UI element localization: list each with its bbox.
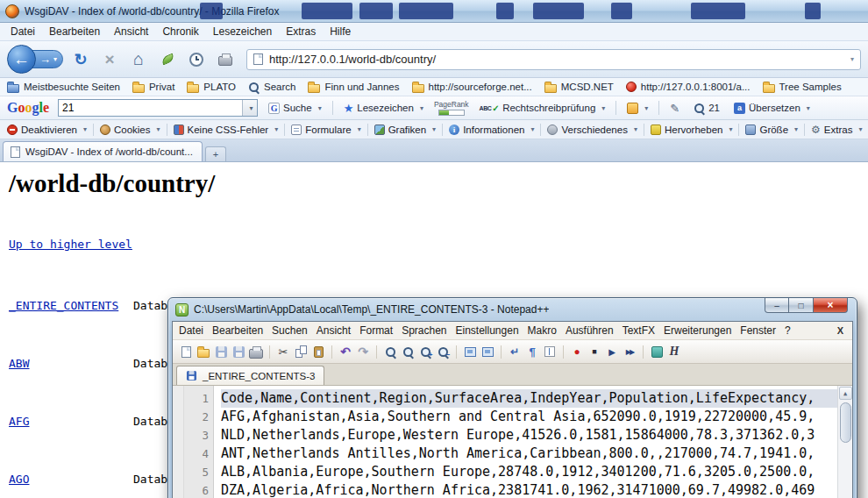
- home-button[interactable]: ⌂: [127, 48, 150, 71]
- bookmark-plato[interactable]: PLATO: [187, 82, 236, 93]
- new-tab-button[interactable]: +: [205, 146, 226, 161]
- show-all-characters-button[interactable]: ¶: [524, 344, 540, 359]
- npp-menu-einstellungen[interactable]: Einstellungen: [452, 323, 523, 338]
- url-bar[interactable]: http://127.0.0.1/world-db/country/ ▾: [246, 49, 861, 70]
- npp-menu-bearbeiten[interactable]: Bearbeiten: [208, 323, 267, 338]
- bookmark-meistbesuchte-seiten[interactable]: Meistbesuchte Seiten: [7, 82, 120, 93]
- webdev-deaktivieren[interactable]: Deaktivieren▾: [7, 125, 87, 135]
- maximize-button[interactable]: □: [789, 298, 813, 313]
- webdev-groesse[interactable]: Größe▾: [745, 125, 798, 135]
- spellcheck-button[interactable]: ABC✓Rechtschreibprüfung▾: [476, 101, 609, 116]
- npp-menu-ansicht[interactable]: Ansicht: [312, 323, 355, 338]
- highlight-count[interactable]: 21: [690, 101, 723, 116]
- run-macro-multiple-button[interactable]: ▶▶: [622, 344, 637, 359]
- pagerank-widget[interactable]: PageRank: [434, 100, 469, 116]
- document-tab[interactable]: _ENTIRE_CONTENTS-3: [176, 366, 324, 385]
- google-search-button[interactable]: GSuche▾: [265, 101, 325, 116]
- paste-button[interactable]: [310, 344, 326, 359]
- redo-button[interactable]: ↷: [355, 344, 371, 359]
- print-button[interactable]: [214, 48, 237, 71]
- google-bookmarks-button[interactable]: ★Lesezeichen▾: [340, 100, 427, 117]
- webdev-informationen[interactable]: iInformationen▾: [449, 125, 534, 135]
- undo-button[interactable]: ↶: [338, 344, 353, 359]
- bookmark-search[interactable]: Search: [248, 82, 295, 93]
- back-button[interactable]: ←: [7, 45, 36, 74]
- function-list-button[interactable]: [649, 344, 665, 359]
- sync-vertical-button[interactable]: [462, 344, 478, 359]
- npp-menu-help[interactable]: ?: [780, 323, 795, 338]
- menu-ansicht[interactable]: Ansicht: [107, 24, 155, 39]
- vertical-scrollbar[interactable]: ▲: [837, 386, 852, 498]
- copy-button[interactable]: [293, 344, 309, 359]
- save-all-button[interactable]: [231, 344, 246, 359]
- minimize-button[interactable]: –: [765, 298, 789, 313]
- scrollbar-thumb[interactable]: [840, 402, 851, 443]
- webdev-css[interactable]: Keine CSS-Fehler▾: [174, 125, 279, 135]
- bookmark-localhost-8001[interactable]: http://127.0.0.1:8001/a...: [626, 82, 751, 92]
- menu-datei[interactable]: Datei: [4, 24, 42, 39]
- up-to-higher-level-link[interactable]: Up to higher level: [9, 238, 132, 251]
- open-file-button[interactable]: [196, 344, 211, 359]
- tab-wsgidav[interactable]: WsgiDAV - Index of /world-db/count...: [3, 141, 203, 161]
- bookmark-privat[interactable]: Privat: [132, 82, 174, 93]
- greasemonkey-button[interactable]: [156, 48, 179, 71]
- replace-button[interactable]: [400, 344, 416, 359]
- reload-button[interactable]: ↻: [69, 48, 92, 71]
- webdev-verschiedenes[interactable]: Verschiedenes▾: [547, 125, 637, 135]
- bookmark-finn-und-jannes[interactable]: Finn und Jannes: [308, 82, 399, 93]
- stop-macro-button[interactable]: ■: [587, 344, 602, 359]
- history-dropdown-icon[interactable]: ▾: [53, 55, 57, 63]
- menu-extras[interactable]: Extras: [279, 24, 323, 39]
- edit-button[interactable]: ✎: [666, 100, 683, 117]
- entry-link[interactable]: _ENTIRE_CONTENTS: [9, 296, 133, 316]
- npp-menu-datei[interactable]: Datei: [174, 323, 208, 338]
- history-sidebar-button[interactable]: [185, 48, 208, 71]
- entry-link[interactable]: AFG: [9, 412, 133, 431]
- url-text[interactable]: http://127.0.0.1/world-db/country/: [269, 53, 844, 66]
- new-file-button[interactable]: [178, 344, 194, 359]
- menu-hilfe[interactable]: Hilfe: [323, 24, 358, 39]
- menu-chronik[interactable]: Chronik: [155, 24, 205, 39]
- npp-menu-ausfuehren[interactable]: Ausführen: [561, 323, 618, 338]
- webdev-formulare[interactable]: Formulare▾: [291, 125, 360, 135]
- bookmark-mcsd-net[interactable]: MCSD.NET: [544, 82, 614, 93]
- find-button[interactable]: [382, 344, 398, 359]
- sync-horizontal-button[interactable]: [480, 344, 495, 359]
- entry-link[interactable]: AGO: [9, 470, 133, 489]
- webdev-grafiken[interactable]: Grafiken▾: [374, 125, 436, 135]
- close-button[interactable]: ×: [813, 298, 848, 313]
- google-search-input[interactable]: [59, 102, 242, 114]
- npp-menu-makro[interactable]: Makro: [523, 323, 561, 338]
- editor-area[interactable]: 1 2 3 4 5 6 Code,Name,Continent,Region,S…: [173, 386, 852, 498]
- npp-menu-suchen[interactable]: Suchen: [267, 323, 312, 338]
- play-macro-button[interactable]: ▶: [604, 344, 620, 359]
- indent-guide-button[interactable]: [542, 344, 558, 359]
- bookmark-tree-samples[interactable]: Tree Samples: [763, 82, 842, 93]
- url-dropdown-icon[interactable]: ▾: [850, 55, 854, 63]
- zoom-out-button[interactable]: −: [435, 344, 451, 359]
- npp-menu-fenster[interactable]: Fenster: [736, 323, 780, 338]
- menu-lesezeichen[interactable]: Lesezeichen: [206, 24, 279, 39]
- npp-menu-textfx[interactable]: TextFX: [618, 323, 659, 338]
- webdev-extras[interactable]: ⚙Extras▾: [811, 124, 862, 136]
- npp-menu-erweiterungen[interactable]: Erweiterungen: [659, 323, 736, 338]
- record-macro-button[interactable]: ●: [569, 344, 585, 359]
- forward-button[interactable]: →: [39, 53, 51, 66]
- npp-menu-format[interactable]: Format: [355, 323, 397, 338]
- text-area[interactable]: Code,Name,Continent,Region,SurfaceArea,I…: [214, 386, 837, 498]
- scroll-up-arrow[interactable]: ▲: [839, 387, 852, 400]
- firefox-titlebar[interactable]: WsgiDAV - Index of /world-db/country/ - …: [0, 0, 868, 23]
- npp-menu-close-button[interactable]: X: [830, 324, 850, 338]
- webdev-cookies[interactable]: Cookies▾: [100, 125, 160, 135]
- stop-button[interactable]: ×: [98, 48, 121, 71]
- zoom-in-button[interactable]: +: [417, 344, 433, 359]
- autofill-button[interactable]: ▾: [623, 101, 651, 116]
- print-button-npp[interactable]: [248, 344, 264, 359]
- word-wrap-button[interactable]: ↵: [507, 344, 523, 359]
- translate-button[interactable]: aÜbersetzen▾: [730, 101, 814, 116]
- npp-menu-sprachen[interactable]: Sprachen: [397, 323, 451, 338]
- menu-bearbeiten[interactable]: Bearbeiten: [42, 24, 107, 39]
- save-button[interactable]: [213, 344, 229, 359]
- webdev-hervorheben[interactable]: Hervorheben▾: [651, 125, 733, 135]
- entry-link[interactable]: ABW: [9, 354, 133, 374]
